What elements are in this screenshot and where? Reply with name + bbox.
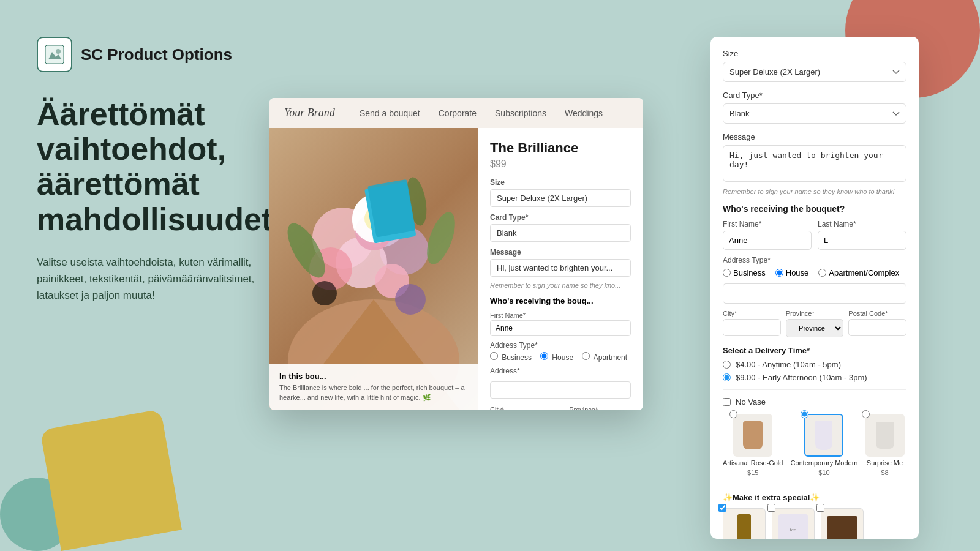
rp-card-select[interactable]: Blank Personal Corporate bbox=[723, 103, 907, 124]
shop-province-field: Province* -- Province -- bbox=[569, 403, 631, 410]
shop-brand: Your Brand bbox=[284, 107, 335, 119]
shop-addr-apt[interactable]: Apartment bbox=[582, 352, 627, 362]
svg-point-1 bbox=[56, 49, 61, 54]
rp-name-row: First Name* Last Name* bbox=[723, 220, 907, 250]
vase-contemporary-shape bbox=[815, 421, 832, 450]
shop-nav-weddings[interactable]: Weddings bbox=[565, 108, 603, 118]
shop-address-label: Address* bbox=[490, 367, 631, 375]
shop-addr-radio-row: Business House Apartment bbox=[490, 352, 631, 362]
rp-extra-tea[interactable]: tea Lavender earl grey tea $14 bbox=[772, 508, 815, 539]
rp-first-name-input[interactable] bbox=[723, 231, 812, 250]
shop-nav-corporate[interactable]: Corporate bbox=[439, 108, 477, 118]
shop-content: In this bou... The Brilliance is where b… bbox=[270, 128, 643, 410]
rp-addr-apt-label[interactable]: Apartment/Complex bbox=[818, 268, 899, 277]
shop-city-label: City* bbox=[490, 406, 504, 410]
rp-extra-options: Floral room + body spray $16 tea Lavende… bbox=[723, 508, 907, 539]
shop-card-value: Blank bbox=[490, 224, 631, 242]
shop-name-row: First Name* bbox=[490, 309, 631, 336]
in-this-bou-desc: The Brilliance is where bold ... for the… bbox=[279, 383, 468, 402]
rp-vase-contemporary-img bbox=[804, 414, 843, 457]
shop-product-title: The Brilliance bbox=[490, 140, 631, 156]
shop-addr-house[interactable]: House bbox=[540, 352, 573, 362]
rp-city-row: City* Province* -- Province -- Postal Co… bbox=[723, 310, 907, 337]
rp-message-label: Message bbox=[723, 132, 907, 141]
rp-postal-label: Postal Code* bbox=[848, 310, 907, 317]
shop-product-price: $99 bbox=[490, 159, 631, 170]
rp-city-group: City* bbox=[723, 310, 781, 337]
shop-who-label: Who's receiving the bouq... bbox=[490, 296, 631, 305]
rp-size-label: Size bbox=[723, 49, 907, 58]
vase-artisanal-shape bbox=[743, 421, 763, 449]
shop-in-this-bou: In this bou... The Brilliance is where b… bbox=[270, 364, 478, 410]
rp-no-vase-checkbox[interactable] bbox=[723, 398, 731, 406]
rp-vase-artisanal[interactable]: Artisanal Rose-Gold $15 bbox=[723, 414, 783, 476]
rp-addr-house-label[interactable]: House bbox=[775, 268, 809, 277]
rp-extra-tea-checkbox[interactable] bbox=[767, 504, 775, 512]
shop-addr-business[interactable]: Business bbox=[490, 352, 532, 362]
rp-addr-business-label[interactable]: Business bbox=[723, 268, 766, 277]
shop-product-image: In this bou... The Brilliance is where b… bbox=[270, 128, 478, 410]
rp-extra-chocolate-img bbox=[821, 508, 864, 539]
rp-extra-spray[interactable]: Floral room + body spray $16 bbox=[723, 508, 766, 539]
shop-city-row: City* Province* -- Province -- bbox=[490, 403, 631, 410]
rp-message-textarea[interactable]: Hi, just wanted to brighten your day! bbox=[723, 145, 907, 182]
shop-addr-type-label: Address Type* bbox=[490, 341, 631, 350]
svg-point-13 bbox=[395, 284, 426, 315]
rp-vase-artisanal-price: $15 bbox=[747, 469, 758, 476]
shop-nav-subscriptions[interactable]: Subscriptions bbox=[495, 108, 546, 118]
rp-delivery-anytime-label: $4.00 - Anytime (10am - 5pm) bbox=[736, 360, 841, 369]
rp-delivery-anytime: $4.00 - Anytime (10am - 5pm) bbox=[723, 360, 907, 369]
subtext: Valitse useista vaihtoehdoista, kuten vä… bbox=[37, 254, 270, 304]
rp-card-label: Card Type* bbox=[723, 91, 907, 100]
rp-last-name-input[interactable] bbox=[818, 231, 907, 250]
rp-extra-chocolate[interactable]: Peppermint chocolate bark $11 bbox=[821, 508, 864, 539]
rp-no-vase-option: No Vase bbox=[723, 397, 907, 407]
rp-first-name-label: First Name* bbox=[723, 220, 812, 228]
divider-2 bbox=[723, 485, 907, 485]
rp-province-select[interactable]: -- Province -- bbox=[786, 319, 844, 337]
rp-vase-surprise-img bbox=[865, 414, 905, 457]
rp-address-input[interactable] bbox=[723, 283, 907, 304]
rp-postal-group: Postal Code* bbox=[848, 310, 907, 337]
shop-first-name-field: First Name* bbox=[490, 309, 631, 336]
rp-vase-contemporary[interactable]: Contemporary Modern $10 bbox=[790, 414, 858, 476]
left-section: SC Product Options Äärettömät vaihtoehdo… bbox=[37, 37, 294, 304]
rp-addr-radio-row: Business House Apartment/Complex bbox=[723, 268, 907, 277]
shop-city-field: City* bbox=[490, 403, 564, 410]
rp-postal-input[interactable] bbox=[848, 319, 907, 336]
rp-no-vase-label: No Vase bbox=[736, 397, 766, 407]
rp-first-name-group: First Name* bbox=[723, 220, 812, 250]
rp-addr-type-label: Address Type* bbox=[723, 256, 907, 264]
rp-delivery-anytime-radio[interactable] bbox=[723, 361, 731, 369]
shop-address-input[interactable] bbox=[490, 381, 631, 399]
shop-province-label: Province* bbox=[569, 406, 598, 410]
rp-addr-house-radio[interactable] bbox=[775, 269, 783, 277]
rp-province-label: Province* bbox=[786, 310, 844, 317]
rp-province-group: Province* -- Province -- bbox=[786, 310, 844, 337]
rp-extra-tea-img: tea bbox=[772, 508, 815, 539]
shop-product-info: The Brilliance $99 Size Super Deluxe (2X… bbox=[478, 128, 643, 410]
rp-addr-apt-radio[interactable] bbox=[818, 269, 826, 277]
rp-vase-surprise-radio[interactable] bbox=[862, 410, 870, 418]
rp-extra-spray-checkbox[interactable] bbox=[718, 504, 726, 512]
rp-extra-chocolate-checkbox[interactable] bbox=[816, 504, 824, 512]
shop-message-value: Hi, just wanted to brighten your... bbox=[490, 259, 631, 277]
rp-addr-business-radio[interactable] bbox=[723, 269, 731, 277]
shop-first-name-label: First Name* bbox=[490, 312, 526, 319]
logo-text: SC Product Options bbox=[81, 45, 232, 64]
rp-vase-contemporary-radio[interactable] bbox=[801, 410, 809, 418]
rp-vase-surprise[interactable]: Surprise Me $8 bbox=[865, 414, 905, 476]
rp-delivery-early-radio[interactable] bbox=[723, 373, 731, 381]
rp-vase-surprise-price: $8 bbox=[881, 469, 888, 476]
rp-special-title: ✨Make it extra special✨ bbox=[723, 493, 907, 502]
rp-vase-artisanal-radio[interactable] bbox=[729, 410, 737, 418]
shop-nav: Your Brand Send a bouquet Corporate Subs… bbox=[270, 98, 643, 128]
shop-nav-send[interactable]: Send a bouquet bbox=[360, 108, 420, 118]
svg-rect-0 bbox=[45, 45, 64, 64]
rp-size-select[interactable]: Super Deluxe (2X Larger) Standard Deluxe bbox=[723, 62, 907, 82]
rp-extra-spray-img bbox=[723, 508, 766, 539]
rp-who-title: Who's receiving the bouquet? bbox=[723, 204, 907, 214]
shop-first-name-input[interactable] bbox=[490, 320, 631, 336]
svg-point-14 bbox=[312, 281, 337, 305]
rp-city-input[interactable] bbox=[723, 319, 781, 336]
